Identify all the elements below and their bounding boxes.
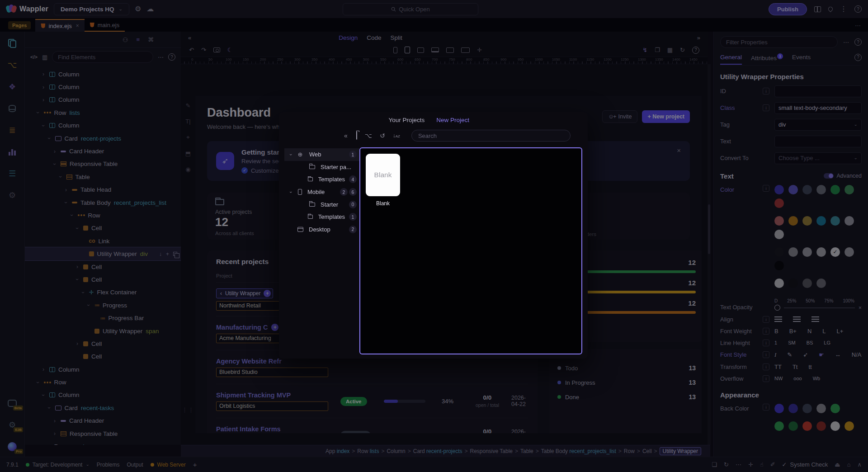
modal-search-input[interactable]: Search xyxy=(411,130,571,142)
template-gallery: Blank Blank xyxy=(359,147,582,354)
category-count-badge: 0 xyxy=(349,201,357,208)
folder-icon xyxy=(308,177,313,181)
template-category-templates[interactable]: Templates4 xyxy=(284,173,359,186)
category-label: Mobile xyxy=(307,189,325,195)
blank-template-caption: Blank xyxy=(366,200,400,207)
category-count-badge: 4 xyxy=(349,175,357,183)
modal-tabs: Your ProjectsNew Project xyxy=(284,112,582,127)
template-category-templates[interactable]: Templates1 xyxy=(284,211,359,223)
window-icon xyxy=(297,227,303,232)
history-icon[interactable]: ↺ xyxy=(380,132,385,139)
template-category-starter[interactable]: Starter0 xyxy=(284,198,359,211)
template-category-desktop[interactable]: Desktop2 xyxy=(284,223,359,236)
new-project-modal: Your ProjectsNew Project « ⌥ ↺ ↓AZ Searc… xyxy=(279,112,588,359)
template-category-tree: ›⊕Web1Starter pa...Templates4›Mobile26St… xyxy=(284,147,359,354)
folder-icon xyxy=(308,215,313,219)
category-count-badge: 1 xyxy=(349,151,357,158)
category-label: Templates xyxy=(318,176,345,183)
folder-icon xyxy=(309,203,315,207)
category-chevron-icon: › xyxy=(288,151,294,157)
category-label: Templates xyxy=(318,213,345,220)
branch-icon[interactable]: ⌥ xyxy=(365,132,372,139)
category-count-badge: 6 xyxy=(349,188,357,196)
category-chevron-icon: › xyxy=(288,189,294,195)
folder-icon xyxy=(309,165,315,169)
blank-template-card[interactable]: Blank xyxy=(366,154,400,196)
blank-template-preview-label: Blank xyxy=(374,171,392,179)
category-label: Starter pa... xyxy=(321,164,351,170)
sort-az-icon[interactable]: ↓AZ xyxy=(393,132,400,139)
modal-search-placeholder: Search xyxy=(418,132,437,139)
template-category-web[interactable]: ›⊕Web1 xyxy=(284,148,359,161)
category-label: Desktop xyxy=(309,226,330,233)
modal-collapse-icon[interactable]: « xyxy=(344,132,348,139)
category-label: Starter xyxy=(321,201,338,208)
modal-tab-your-projects[interactable]: Your Projects xyxy=(388,117,425,123)
template-category-mobile[interactable]: ›Mobile26 xyxy=(284,186,359,198)
template-category-starter-pa-[interactable]: Starter pa... xyxy=(284,161,359,174)
globe-icon: ⊕ xyxy=(297,151,304,158)
phone-icon xyxy=(298,189,302,195)
modal-tab-new-project[interactable]: New Project xyxy=(436,117,469,123)
category-label: Web xyxy=(309,151,321,158)
category-count-badge: 2 xyxy=(340,188,348,196)
category-count-badge: 2 xyxy=(349,226,357,233)
category-count-badge: 1 xyxy=(349,213,357,221)
add-folder-icon[interactable] xyxy=(355,132,357,139)
